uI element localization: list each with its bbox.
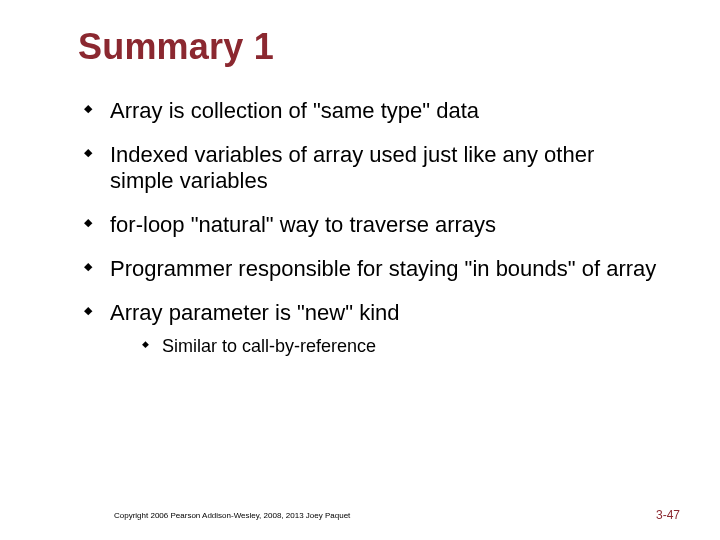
bullet-item: Array is collection of "same type" data — [78, 98, 660, 124]
bullet-text: Programmer responsible for staying "in b… — [110, 256, 656, 281]
bullet-item: Array parameter is "new" kind Similar to… — [78, 300, 660, 358]
bullet-list: Array is collection of "same type" data … — [78, 98, 660, 357]
footer-copyright: Copyright 2006 Pearson Addison-Wesley, 2… — [114, 511, 350, 520]
sub-bullet-list: Similar to call-by-reference — [110, 336, 660, 358]
slide: Summary 1 Array is collection of "same t… — [0, 0, 720, 540]
bullet-item: for-loop "natural" way to traverse array… — [78, 212, 660, 238]
bullet-text: Array parameter is "new" kind — [110, 300, 400, 325]
bullet-text: Indexed variables of array used just lik… — [110, 142, 594, 193]
slide-title: Summary 1 — [78, 26, 660, 68]
footer-page-number: 3-47 — [656, 508, 680, 522]
sub-bullet-text: Similar to call-by-reference — [162, 336, 376, 356]
bullet-item: Indexed variables of array used just lik… — [78, 142, 660, 194]
sub-bullet-item: Similar to call-by-reference — [138, 336, 660, 358]
bullet-item: Programmer responsible for staying "in b… — [78, 256, 660, 282]
bullet-text: Array is collection of "same type" data — [110, 98, 479, 123]
bullet-text: for-loop "natural" way to traverse array… — [110, 212, 496, 237]
